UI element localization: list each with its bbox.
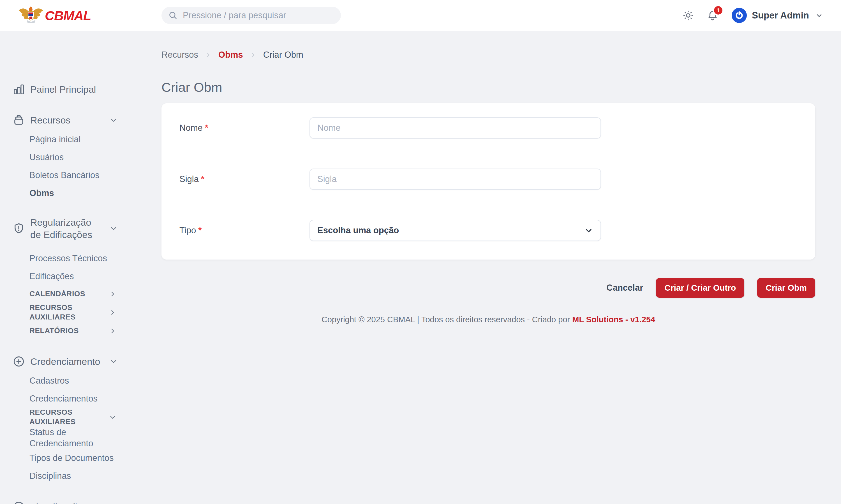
sidebar-item-status-de-credenciamento[interactable]: Status de Credenciamento	[0, 427, 129, 449]
plus-circle-icon	[12, 355, 25, 368]
user-name: Super Admin	[752, 10, 809, 21]
sidebar-item-credenciamentos[interactable]: Credenciamentos	[0, 390, 129, 408]
notifications-button[interactable]: 1	[706, 9, 719, 21]
nome-label: Nome*	[179, 117, 309, 133]
sidebar-group-relatorios[interactable]: RELATÓRIOS	[0, 322, 129, 340]
form-actions: Cancelar Criar / Criar Outro Criar Obm	[161, 278, 815, 298]
user-menu[interactable]: Super Admin	[732, 8, 823, 23]
avatar	[732, 8, 747, 23]
chevron-right-icon	[109, 309, 117, 317]
page-title: Criar Obm	[161, 79, 815, 95]
chevron-down-icon	[815, 12, 823, 19]
form-row-nome: Nome*	[179, 117, 797, 139]
search-input[interactable]	[183, 11, 334, 20]
tipo-label: Tipo*	[179, 220, 309, 235]
sidebar-item-painel-principal[interactable]: Painel Principal	[0, 80, 129, 98]
required-asterisk: *	[201, 174, 204, 184]
sidebar-group-calendarios[interactable]: CALENDÁRIOS	[0, 285, 129, 303]
chevron-down-icon	[109, 413, 117, 421]
topbar-actions: 1 Super Admin	[682, 0, 823, 31]
form-row-sigla: Sigla*	[179, 168, 797, 190]
breadcrumb-recursos[interactable]: Recursos	[161, 50, 198, 60]
search-icon	[168, 11, 178, 20]
global-search[interactable]	[161, 7, 341, 24]
cancel-button[interactable]: Cancelar	[606, 283, 643, 293]
sidebar-item-processos-tecnicos[interactable]: Processos Técnicos	[0, 249, 129, 267]
sidebar-item-pagina-inicial[interactable]: Página inicial	[0, 130, 129, 148]
notification-badge: 1	[713, 5, 724, 16]
required-asterisk: *	[198, 226, 202, 235]
create-button[interactable]: Criar Obm	[757, 278, 815, 298]
chart-bar-icon	[12, 83, 25, 96]
sidebar-group-recursos[interactable]: Recursos	[0, 111, 129, 129]
sidebar-item-cadastros[interactable]: Cadastros	[0, 372, 129, 390]
sidebar-group-recursos-auxiliares-credenciamento[interactable]: RECURSOS AUXILIARES	[0, 408, 129, 427]
sidebar-item-obms[interactable]: Obms	[0, 184, 129, 202]
sidebar-group-credenciamento[interactable]: Credenciamento	[0, 352, 129, 371]
tipo-select[interactable]: Escolha uma opção	[309, 220, 601, 241]
sidebar-item-usuarios[interactable]: Usuários	[0, 148, 129, 166]
briefcase-icon	[12, 114, 25, 127]
copyright-text: Copyright © 2025 CBMAL | Todos os direit…	[322, 315, 570, 324]
required-asterisk: *	[205, 123, 208, 133]
breadcrumb-obms[interactable]: Obms	[218, 50, 243, 60]
nome-input[interactable]	[309, 117, 601, 139]
sidebar-item-edificacoes[interactable]: Edificações	[0, 267, 129, 285]
chevron-down-icon	[109, 357, 118, 366]
footer: Copyright © 2025 CBMAL | Todos os direit…	[161, 315, 815, 324]
sidebar-item-tipos-de-documentos[interactable]: Tipos de Documentos	[0, 449, 129, 467]
sigla-input[interactable]	[309, 168, 601, 190]
topbar: CBMAL 1	[0, 0, 841, 31]
sidebar-group-regularizacao-de-edificacoes[interactable]: Regularização de Edificações	[0, 215, 129, 242]
ml-solutions-link[interactable]: ML Solutions - v1.254	[572, 315, 655, 324]
breadcrumb-criar-obm: Criar Obm	[263, 50, 303, 60]
sigla-label: Sigla*	[179, 168, 309, 184]
chevron-down-icon	[109, 224, 118, 233]
sidebar-item-boletos-bancarios[interactable]: Boletos Bancários	[0, 166, 129, 184]
form-row-tipo: Tipo* Escolha uma opção	[179, 220, 797, 241]
sidebar-group-fiscalizacao[interactable]: Fiscalização	[0, 498, 129, 504]
search-circle-icon	[12, 500, 25, 504]
chevron-down-icon	[109, 503, 118, 504]
create-obm-form-card: Nome* Sigla* Tipo*	[161, 103, 815, 259]
chevron-right-icon	[205, 52, 212, 58]
brand-logo[interactable]: CBMAL	[17, 4, 91, 27]
breadcrumb: Recursos Obms Criar Obm	[161, 50, 815, 60]
create-and-create-another-button[interactable]: Criar / Criar Outro	[656, 278, 744, 298]
chevron-down-icon	[584, 226, 593, 235]
cbmal-crest-icon	[17, 4, 44, 27]
main-content: Recursos Obms Criar Obm Criar Obm Nome*	[129, 31, 841, 504]
sidebar-group-recursos-auxiliares-regularizacao[interactable]: RECURSOS AUXILIARES	[0, 303, 129, 322]
chevron-down-icon	[109, 116, 118, 124]
chevron-right-icon	[250, 52, 257, 58]
sidebar: Painel Principal Recursos	[0, 31, 129, 504]
shield-alert-icon	[12, 222, 25, 235]
theme-toggle-button[interactable]	[682, 10, 694, 21]
brand-text: CBMAL	[45, 8, 91, 23]
sidebar-item-disciplinas[interactable]: Disciplinas	[0, 467, 129, 485]
chevron-right-icon	[109, 327, 117, 335]
chevron-right-icon	[109, 290, 117, 298]
